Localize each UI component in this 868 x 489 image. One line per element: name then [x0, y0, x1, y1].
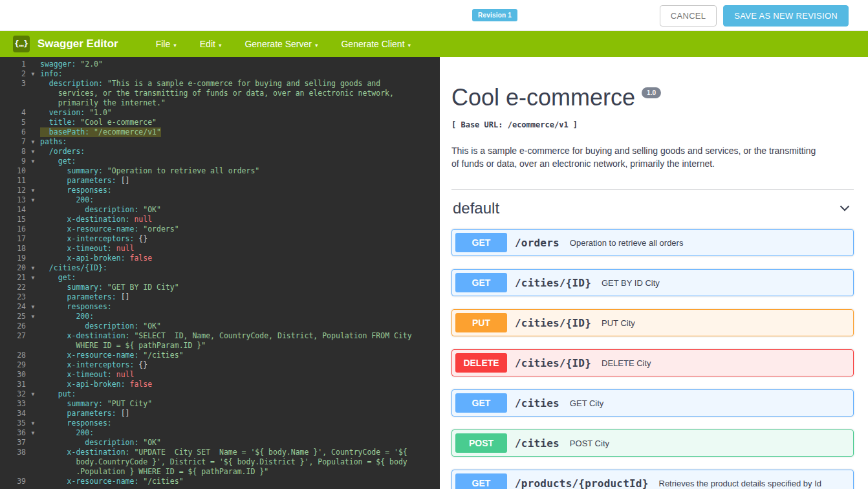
editor-line[interactable]: 1swagger: "2.0": [0, 60, 440, 69]
editor-line[interactable]: 28 x-resource-name: "/cities": [0, 351, 440, 360]
editor-line[interactable]: 37 description: "OK": [0, 438, 440, 448]
fold-toggle-icon[interactable]: ▼: [26, 273, 40, 283]
fold-spacer: [26, 477, 40, 486]
menu-file[interactable]: File▾: [156, 39, 177, 49]
fold-toggle-icon[interactable]: ▼: [26, 147, 40, 157]
editor-gutter: 12▼: [0, 186, 40, 195]
fold-toggle-icon[interactable]: ▼: [26, 137, 40, 147]
fold-toggle-icon[interactable]: ▼: [26, 312, 40, 321]
operation-path: /cities/{ID}: [515, 357, 591, 369]
code-text: .Population } WHERE ID = ${ pathParam.ID…: [40, 467, 268, 477]
cancel-button[interactable]: CANCEL: [660, 5, 717, 27]
editor-line[interactable]: 11 parameters: []: [0, 176, 440, 186]
code-text: summary: "Operation to retrieve all orde…: [40, 166, 259, 176]
editor-line[interactable]: 3 description: "This is a sample e-comme…: [0, 79, 440, 89]
code-text-highlighted: basePath: "/ecommerce/v1": [40, 127, 161, 137]
method-badge: POST: [455, 433, 507, 453]
fold-toggle-icon[interactable]: ▼: [26, 195, 40, 205]
operation-summary: POST City: [570, 439, 609, 448]
editor-line[interactable]: 23 parameters: []: [0, 292, 440, 302]
tag-section-default[interactable]: default: [451, 190, 854, 225]
editor-line[interactable]: .Population } WHERE ID = ${ pathParam.ID…: [0, 467, 440, 477]
caret-down-icon: ▾: [173, 42, 177, 49]
editor-line[interactable]: 2▼info:: [0, 69, 440, 79]
editor-line[interactable]: 22 summary: "GET BY ID City": [0, 283, 440, 292]
fold-toggle-icon[interactable]: ▼: [26, 157, 40, 166]
code-text: x-interceptors: {}: [40, 360, 147, 370]
fold-spacer: [26, 351, 40, 360]
menu-edit[interactable]: Edit▾: [200, 39, 222, 49]
operation-row-put[interactable]: PUT/cities/{ID}PUT City: [451, 309, 854, 336]
code-text: WHERE ID = ${ pathParam.ID }": [40, 341, 206, 351]
fold-toggle-icon[interactable]: ▼: [26, 418, 40, 428]
operation-row-delete[interactable]: DELETE/cities/{ID}DELETE City: [451, 349, 854, 376]
editor-gutter: 19: [0, 254, 40, 263]
editor-line[interactable]: 24▼ responses:: [0, 302, 440, 312]
editor-line[interactable]: 6 basePath: "/ecommerce/v1": [0, 127, 440, 137]
editor-line[interactable]: 36▼ 200:: [0, 428, 440, 438]
line-number: [0, 467, 26, 477]
editor-gutter: 13▼: [0, 195, 40, 205]
code-text: 200:: [40, 312, 94, 321]
editor-line[interactable]: 39 x-resource-name: "/cities": [0, 477, 440, 486]
editor-line[interactable]: 31 x-api-broken: false: [0, 380, 440, 389]
editor-line[interactable]: 9▼ get:: [0, 157, 440, 166]
editor-line[interactable]: 17 x-interceptors: {}: [0, 234, 440, 244]
save-as-new-revision-button[interactable]: SAVE AS NEW REVISION: [723, 5, 849, 27]
method-badge: GET: [455, 393, 507, 413]
menu-generate-server[interactable]: Generate Server▾: [244, 39, 318, 49]
code-text: x-timeout: null: [40, 370, 134, 380]
editor-line[interactable]: 21▼ get:: [0, 273, 440, 283]
editor-line[interactable]: 8▼ /orders:: [0, 147, 440, 157]
editor-line[interactable]: 38 x-destination: "UPDATE City SET Name …: [0, 448, 440, 457]
line-number: 26: [0, 321, 26, 331]
editor-line[interactable]: 34 parameters: []: [0, 409, 440, 418]
yaml-editor[interactable]: 1swagger: "2.0"2▼info:3 description: "Th…: [0, 57, 440, 489]
fold-toggle-icon[interactable]: ▼: [26, 69, 40, 79]
editor-line[interactable]: primarily the internet.": [0, 98, 440, 108]
operation-row-get[interactable]: GET/citiesGET City: [451, 389, 854, 417]
editor-line[interactable]: 26 description: "OK": [0, 321, 440, 331]
editor-line[interactable]: 29 x-interceptors: {}: [0, 360, 440, 370]
editor-line[interactable]: 18 x-timeout: null: [0, 244, 440, 254]
fold-toggle-icon[interactable]: ▼: [26, 389, 40, 399]
editor-line[interactable]: 16 x-resource-name: "orders": [0, 224, 440, 234]
operation-row-get[interactable]: GET/cities/{ID}GET BY ID City: [451, 269, 854, 296]
chevron-down-icon[interactable]: [838, 202, 851, 215]
code-text: responses:: [40, 186, 112, 195]
editor-line[interactable]: 30 x-timeout: null: [0, 370, 440, 380]
editor-line[interactable]: 25▼ 200:: [0, 312, 440, 321]
fold-toggle-icon[interactable]: ▼: [26, 428, 40, 438]
line-number: 2: [0, 69, 26, 79]
line-number: 12: [0, 186, 26, 195]
editor-line[interactable]: 14 description: "OK": [0, 205, 440, 215]
editor-line[interactable]: 19 x-api-broken: false: [0, 254, 440, 263]
fold-toggle-icon[interactable]: ▼: [26, 302, 40, 312]
editor-line[interactable]: 15 x-destination: null: [0, 215, 440, 224]
editor-gutter: 31: [0, 380, 40, 389]
editor-line[interactable]: 35▼ responses:: [0, 418, 440, 428]
fold-toggle-icon[interactable]: ▼: [26, 263, 40, 273]
editor-line[interactable]: WHERE ID = ${ pathParam.ID }": [0, 341, 440, 351]
editor-line[interactable]: 13▼ 200:: [0, 195, 440, 205]
editor-line[interactable]: 32▼ put:: [0, 389, 440, 399]
operation-row-post[interactable]: POST/citiesPOST City: [451, 429, 854, 457]
editor-line[interactable]: 27 x-destination: "SELECT ID, Name, Coun…: [0, 331, 440, 341]
editor-line[interactable]: 5 title: "Cool e-commerce": [0, 118, 440, 127]
fold-toggle-icon[interactable]: ▼: [26, 186, 40, 195]
editor-line[interactable]: 12▼ responses:: [0, 186, 440, 195]
editor-line[interactable]: body.CountryCode }', District = '${ body…: [0, 457, 440, 467]
editor-line[interactable]: services, or the transmitting of funds o…: [0, 89, 440, 98]
operation-row-get[interactable]: GET/products/{productId}Retrieves the pr…: [451, 470, 854, 489]
editor-line[interactable]: 20▼ /cities/{ID}:: [0, 263, 440, 273]
menu-generate-client[interactable]: Generate Client▾: [341, 39, 411, 49]
editor-line[interactable]: 7▼paths:: [0, 137, 440, 147]
editor-line[interactable]: 33 summary: "PUT City": [0, 399, 440, 409]
fold-spacer: [26, 127, 40, 137]
line-number: 32: [0, 389, 26, 399]
editor-line[interactable]: 10 summary: "Operation to retrieve all o…: [0, 166, 440, 176]
editor-gutter: 14: [0, 205, 40, 215]
fold-spacer: [26, 331, 40, 341]
editor-line[interactable]: 4 version: "1.0": [0, 108, 440, 118]
operation-row-get[interactable]: GET/ordersOperation to retrieve all orde…: [451, 229, 854, 256]
